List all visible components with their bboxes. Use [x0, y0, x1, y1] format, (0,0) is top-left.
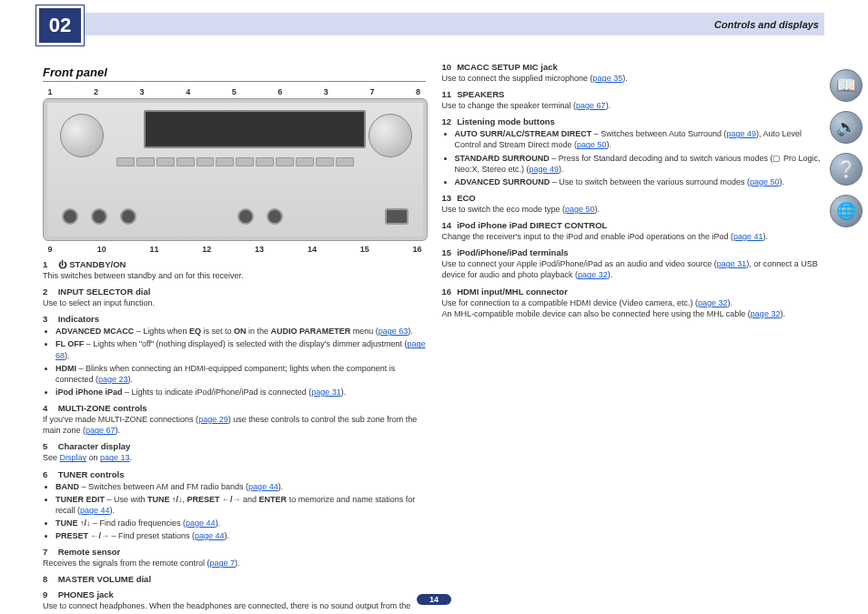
- bullet: AUTO SURR/ALC/STREAM DIRECT – Switches b…: [455, 128, 825, 150]
- entry-head: 10 MCACC SETUP MIC jack: [442, 62, 825, 72]
- entry-bullets: AUTO SURR/ALC/STREAM DIRECT – Switches b…: [455, 128, 825, 187]
- entry-9: 9 PHONES jackUse to connect headphones. …: [43, 589, 426, 614]
- entry-body: If you've made MULTI-ZONE connections (p…: [43, 414, 426, 436]
- left-list: 1 ⏻ STANDBY/ONThis switches between stan…: [43, 259, 426, 614]
- entry-body: Use to connect your Apple iPod/iPhone/iP…: [442, 258, 825, 280]
- entry-head: 7 Remote sensor: [43, 547, 426, 557]
- bullet: TUNE ↑/↓ – Find radio frequencies (page …: [56, 518, 426, 528]
- entry-body: Use to select an input function.: [43, 297, 426, 308]
- callout-num: 7: [368, 87, 376, 96]
- bullet: ADVANCED MCACC – Lights when EQ is set t…: [56, 326, 426, 337]
- book-icon[interactable]: 📖: [830, 69, 863, 102]
- entry-body: Use to change the speaker terminal (page…: [442, 100, 825, 111]
- entry-12: 12 Listening mode buttonsAUTO SURR/ALC/S…: [442, 116, 825, 187]
- entry-body: This switches between standby and on for…: [43, 270, 426, 281]
- volume-dial-graphic: [368, 114, 412, 157]
- entry-head: 2 INPUT SELECTOR dial: [43, 287, 426, 297]
- bullet: PRESET ←/→ – Find preset stations (page …: [56, 530, 426, 541]
- entry-8: 8 MASTER VOLUME dial: [43, 574, 426, 584]
- entry-head: 11 SPEAKERS: [442, 89, 825, 99]
- chapter-title: Controls and displays: [714, 19, 819, 30]
- entry-head: 15 iPod/iPhone/iPad terminals: [442, 247, 825, 257]
- bullet: iPod iPhone iPad – Lights to indicate iP…: [56, 387, 426, 398]
- entry-head: 14 iPod iPhone iPad DIRECT CONTROL: [442, 220, 825, 230]
- display-graphic: [144, 110, 366, 148]
- entry-body: Use to switch the eco mode type (page 50…: [442, 204, 825, 215]
- callout-num: 1: [46, 87, 54, 96]
- callout-num: 3: [322, 87, 329, 96]
- right-column: 10 MCACC SETUP MIC jackUse to connect th…: [442, 56, 825, 603]
- right-list: 10 MCACC SETUP MIC jackUse to connect th…: [442, 62, 825, 319]
- callout-num: 14: [308, 245, 317, 254]
- entry-head: 9 PHONES jack: [43, 589, 426, 599]
- callout-num: 2: [93, 87, 100, 96]
- jacks-row-graphic: [62, 204, 409, 229]
- entry-head: 6 TUNER controls: [43, 469, 426, 479]
- left-column: Front panel 123456378 910111213141516 1 …: [43, 56, 426, 603]
- callout-num: 9: [46, 245, 54, 254]
- section-heading: Front panel: [43, 65, 426, 82]
- entry-head: 4 MULTI-ZONE controls: [43, 403, 426, 413]
- page-number: 14: [417, 594, 451, 605]
- callout-num: 5: [230, 87, 237, 96]
- callout-num: 11: [150, 245, 159, 254]
- entry-body: Use for connection to a compatible HDMI …: [442, 297, 825, 319]
- entry-14: 14 iPod iPhone iPad DIRECT CONTROLChange…: [442, 220, 825, 242]
- entry-head: 1 ⏻ STANDBY/ON: [43, 259, 426, 269]
- top-bar: Controls and displays: [36, 13, 824, 35]
- callout-num: 15: [360, 245, 369, 254]
- entry-10: 10 MCACC SETUP MIC jackUse to connect th…: [442, 62, 825, 84]
- entry-body: See Display on page 13.: [43, 452, 426, 463]
- help-icon[interactable]: ❔: [830, 153, 863, 186]
- button-row-graphic: [116, 157, 354, 166]
- callout-num: 13: [255, 245, 264, 254]
- entry-body: Use to connect the supplied microphone (…: [442, 73, 825, 84]
- bullet: FL OFF – Lights when "off" (nothing disp…: [56, 338, 426, 360]
- callout-num: 16: [412, 245, 421, 254]
- entry-5: 5 Character displaySee Display on page 1…: [43, 441, 426, 463]
- entry-head: 3 Indicators: [43, 314, 426, 324]
- entry-head: 13 ECO: [442, 193, 825, 203]
- callouts-bottom: 910111213141516: [43, 245, 426, 254]
- entry-15: 15 iPod/iPhone/iPad terminalsUse to conn…: [442, 247, 825, 280]
- entry-head: 16 HDMI input/MHL connector: [442, 287, 825, 297]
- entry-head: 5 Character display: [43, 441, 426, 451]
- input-selector-dial-graphic: [60, 114, 104, 157]
- entry-6: 6 TUNER controlsBAND – Switches between …: [43, 469, 426, 542]
- entry-11: 11 SPEAKERSUse to change the speaker ter…: [442, 89, 825, 111]
- entry-head: 8 MASTER VOLUME dial: [43, 574, 426, 584]
- entry-head: 12 Listening mode buttons: [442, 116, 825, 126]
- callout-num: 12: [202, 245, 211, 254]
- entry-body: Receives the signals from the remote con…: [43, 558, 426, 569]
- callouts-top: 123456378: [43, 87, 426, 96]
- entry-3: 3 IndicatorsADVANCED MCACC – Lights when…: [43, 314, 426, 398]
- callout-num: 6: [277, 87, 284, 96]
- entry-body: Change the receiver's input to the iPod …: [442, 231, 825, 242]
- bullet: ADVANCED SURROUND – Use to switch betwee…: [455, 176, 825, 187]
- entry-2: 2 INPUT SELECTOR dialUse to select an in…: [43, 287, 426, 308]
- entry-body: Use to connect headphones. When the head…: [43, 600, 426, 614]
- entry-bullets: BAND – Switches between AM and FM radio …: [56, 481, 426, 542]
- bullet: HDMI – Blinks when connecting an HDMI-eq…: [56, 363, 426, 385]
- globe-icon[interactable]: 🌐: [830, 195, 863, 227]
- callout-num: 3: [138, 87, 146, 96]
- bullet: STANDARD SURROUND – Press for Standard d…: [455, 153, 825, 175]
- callout-num: 10: [97, 245, 106, 254]
- entry-bullets: ADVANCED MCACC – Lights when EQ is set t…: [56, 326, 426, 398]
- bullet: BAND – Switches between AM and FM radio …: [56, 481, 426, 492]
- entry-7: 7 Remote sensorReceives the signals from…: [43, 547, 426, 569]
- entry-13: 13 ECOUse to switch the eco mode type (p…: [442, 193, 825, 215]
- bullet: TUNER EDIT – Use with TUNE ↑/↓, PRESET ←…: [56, 494, 426, 516]
- side-nav-icons: 📖 🔊 ❔ 🌐: [830, 69, 863, 227]
- entry-1: 1 ⏻ STANDBY/ONThis switches between stan…: [43, 259, 426, 281]
- speaker-icon[interactable]: 🔊: [830, 111, 863, 144]
- chapter-badge: 02: [36, 5, 84, 45]
- entry-16: 16 HDMI input/MHL connectorUse for conne…: [442, 287, 825, 319]
- front-panel-diagram: [43, 98, 428, 241]
- callout-num: 4: [185, 87, 192, 96]
- callout-num: 8: [415, 87, 422, 96]
- entry-4: 4 MULTI-ZONE controlsIf you've made MULT…: [43, 403, 426, 436]
